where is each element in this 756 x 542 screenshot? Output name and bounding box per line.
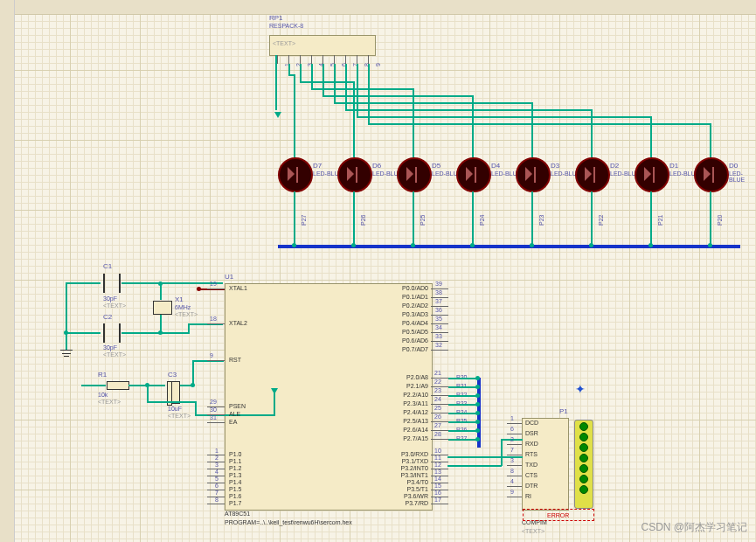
u1-pin-number: 12 (434, 462, 441, 468)
wire (147, 385, 149, 402)
led-ref: D0 (729, 162, 738, 170)
wire (66, 282, 101, 284)
c3-val: 10uF (168, 406, 182, 412)
wire (448, 430, 478, 432)
u1-prog: PROGRAM=..\..\keil_test\renwu6H\sercom.h… (225, 519, 352, 525)
led-net: P20 (717, 215, 723, 226)
led-net: P23 (538, 215, 544, 226)
p1-pin-label: DCD (525, 420, 538, 426)
p1-pin-label: TXD (525, 462, 538, 468)
c1[interactable] (103, 274, 121, 293)
u1-pin-number: 38 (435, 289, 442, 295)
u1-pin-label: P1.5 (229, 486, 241, 492)
bus-tap-icon (475, 393, 480, 398)
p1-error-box (523, 509, 594, 521)
r1-ref: R1 (98, 371, 107, 379)
u1-pin-number: 29 (210, 399, 217, 405)
bus-tap-icon (470, 243, 475, 247)
u1-pin-label: P2.1/A9 (392, 383, 428, 389)
rp1-text: <TEXT> (273, 40, 295, 46)
led-net: P25 (420, 215, 426, 226)
u1-pin-number: 28 (434, 431, 441, 437)
db9-connector-icon (574, 420, 593, 509)
bus-tap-icon (475, 437, 480, 441)
u1-pin-label: P2.2/A10 (392, 392, 428, 398)
u1-pin-number: 23 (434, 387, 441, 393)
led-d0[interactable] (694, 157, 725, 192)
u1-pin-label: P2.4/A12 (392, 409, 428, 415)
led-ref: D7 (313, 162, 322, 170)
schematic-canvas[interactable]: RP1 RESPACK-8 <TEXT> ✦ U1 AT89C51 PROGRA… (0, 0, 756, 542)
led-d6[interactable] (337, 157, 369, 192)
u1-pin-number: 10 (434, 448, 441, 454)
watermark: CSDN @阿杰学习笔记 (641, 520, 747, 535)
rp1-pin-leg (357, 55, 358, 64)
wire (147, 401, 196, 403)
c3-ref: C3 (168, 371, 177, 379)
p1-ref: P1 (559, 407, 568, 415)
x1[interactable] (153, 301, 172, 315)
u1-pin-number: 17 (434, 497, 441, 503)
cursor-origin-icon: ✦ (575, 382, 586, 396)
rp1-ref: RP1 (269, 14, 283, 22)
wire (448, 439, 478, 441)
u1-pin-label: P0.5/AD5 (392, 329, 428, 335)
led-ref: D3 (551, 162, 559, 170)
wire (334, 64, 336, 102)
bus-tap-icon (530, 243, 534, 247)
led-d5[interactable] (397, 157, 428, 192)
u1-pin-number: 16 (434, 490, 441, 496)
bus-tap-icon (648, 243, 653, 247)
wire (472, 191, 474, 246)
u1-pin-label: P1.4 (229, 479, 241, 485)
led-d7[interactable] (278, 157, 309, 192)
u1-pin-leg (207, 422, 225, 423)
u1-pin-leg (207, 288, 225, 289)
u1-pin-label: P2.3/A11 (392, 400, 428, 406)
u1-pin-label: P2.0/A8 (392, 374, 428, 380)
rp1-pin-leg (368, 55, 370, 64)
u1-pin-number: 26 (434, 413, 441, 420)
p1-text: <TEXT> (522, 528, 544, 534)
led-d1[interactable] (635, 157, 666, 192)
u1-pin-label: P0.1/AD1 (392, 294, 428, 300)
p1-pin-label: DTR (525, 483, 538, 489)
u1-pin-number: 35 (435, 316, 442, 322)
bus-tap-icon (475, 428, 480, 433)
led-ref: D2 (610, 162, 619, 170)
wire (195, 401, 197, 415)
wire (531, 191, 533, 246)
wire (81, 385, 106, 386)
u1-pin-number: 8 (215, 497, 218, 503)
wire (448, 413, 478, 414)
rp1-pin-leg (311, 55, 313, 64)
c2[interactable] (103, 323, 121, 343)
led-net: P26 (360, 215, 366, 226)
wire (294, 191, 295, 246)
left-ruler (0, 0, 15, 542)
p1-pin-label: RXD (525, 441, 538, 447)
u1-pin-label: P0.3/AD3 (392, 311, 428, 317)
bus-tap-icon (351, 243, 356, 247)
u1-pin-number: 1 (215, 448, 218, 454)
u1-pin-number: 5 (215, 476, 218, 482)
p1-pin-leg (507, 486, 522, 487)
u1-pin-label: P2.6/A14 (392, 427, 428, 433)
c1-text: <TEXT> (103, 302, 126, 309)
top-ruler (0, 0, 756, 15)
led-d2[interactable] (575, 157, 607, 192)
bus-tap-icon (475, 402, 480, 406)
led-net: P24 (479, 215, 485, 226)
led-net: P22 (598, 215, 604, 226)
u1-pin-number: 33 (435, 333, 442, 339)
led-name: LED-BLU (610, 170, 636, 177)
led-d4[interactable] (456, 157, 488, 192)
led-ref: D1 (669, 162, 678, 170)
r1[interactable] (107, 381, 129, 390)
wire (294, 74, 295, 157)
c3-text: <TEXT> (168, 413, 191, 419)
led-d3[interactable] (516, 157, 547, 192)
wire (448, 404, 478, 406)
wire (66, 332, 101, 334)
led-name: LED-BLU (491, 170, 517, 177)
